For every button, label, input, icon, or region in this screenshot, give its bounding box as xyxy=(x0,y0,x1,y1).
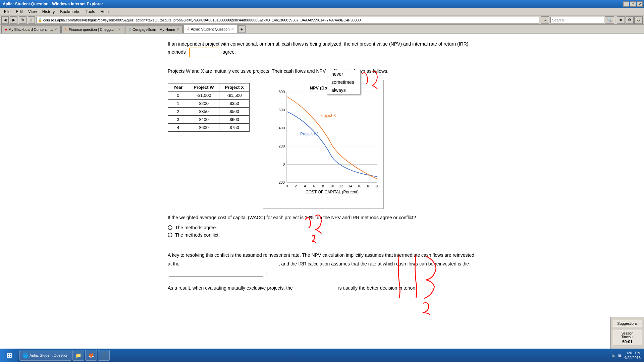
reinvestment-text-2: , and the IRR calculation assumes that t… xyxy=(279,261,469,266)
year-3: 3 xyxy=(168,116,188,124)
right-panel: Suggestions Session Timeout 59:01 xyxy=(610,317,644,349)
w-4: $600 xyxy=(188,124,219,132)
session-timeout-box: Session Timeout 59:01 xyxy=(613,330,642,346)
taskbar: ⊞ 🌐 Aplia: Student Question 📁 🦊 🎵 🔈 🖥 6:… xyxy=(0,349,644,362)
address-bar[interactable]: 🔒 courses.aplia.com/af/servlet/quiz?cb=s… xyxy=(36,17,539,23)
reinvestment-paragraph: A key to resolving this conflict is the … xyxy=(168,251,476,277)
table-row: 2 $350 $500 xyxy=(168,108,250,116)
result-paragraph: As a result, when evaluating mutually ex… xyxy=(168,284,476,292)
svg-text:4: 4 xyxy=(304,184,306,188)
menu-help[interactable]: Help xyxy=(98,9,111,15)
search-button[interactable]: 🔍 xyxy=(605,16,614,24)
cashflow-table: Year Project W Project X 0 -$1,000 -$1,5… xyxy=(168,83,250,132)
menu-tools[interactable]: Tools xyxy=(83,9,98,15)
taskbar-media[interactable]: 🎵 xyxy=(98,350,110,361)
start-button[interactable]: ⊞ xyxy=(0,349,18,362)
minimize-button[interactable]: _ xyxy=(623,1,629,7)
new-tab-button[interactable]: + xyxy=(238,25,246,33)
tab-cengage-close[interactable]: ✕ xyxy=(176,27,179,31)
taskbar-firefox[interactable]: 🦊 xyxy=(85,350,97,361)
home-button[interactable]: ⌂ xyxy=(28,16,35,24)
suggestions-button[interactable]: Suggestions xyxy=(613,320,642,327)
npv-chart-container: NPV (Dollars) 800 600 xyxy=(263,80,384,209)
taskbar-explorer[interactable]: 📁 xyxy=(72,350,84,361)
tab-blackboard-close[interactable]: ✕ xyxy=(54,27,57,31)
w-0: -$1,000 xyxy=(188,92,219,100)
svg-text:600: 600 xyxy=(278,108,284,112)
project-x-line xyxy=(287,97,377,179)
tab-aplia-close[interactable]: ✕ xyxy=(231,27,234,31)
search-input[interactable] xyxy=(550,17,604,23)
go-button[interactable]: → xyxy=(541,16,549,24)
title-bar: Aplia: Student Question - Windows Intern… xyxy=(0,0,644,8)
table-row: 4 $600 $750 xyxy=(168,124,250,132)
dropdown-trigger[interactable] xyxy=(189,48,219,57)
x-3: $600 xyxy=(219,116,249,124)
menu-file[interactable]: File xyxy=(1,9,13,15)
tab-chegg-close[interactable]: ✕ xyxy=(118,27,121,31)
favorites-button[interactable]: ★ xyxy=(617,16,625,24)
safety-button[interactable]: 🛡 xyxy=(634,16,643,24)
menu-bookmarks[interactable]: Bookmarks xyxy=(57,9,83,15)
tab-aplia[interactable]: A Aplia: Student Question ✕ xyxy=(183,25,237,33)
system-clock: 6:01 PM 4/22/2016 xyxy=(624,351,641,360)
firefox-icon: 🦊 xyxy=(88,353,94,358)
tab-bar: ■ My Blackboard Content –... ✕ C Finance… xyxy=(0,25,644,34)
radio-conflict[interactable]: The methods conflict. xyxy=(168,232,476,238)
wacc-question: If the weighted average cost of capital … xyxy=(168,214,476,221)
blank-2[interactable] xyxy=(169,268,263,277)
svg-text:16: 16 xyxy=(357,184,361,188)
tab-cengage[interactable]: C CengageBrain - My Home ✕ xyxy=(125,25,183,33)
dropdown-popup: never sometimes always xyxy=(327,70,361,95)
svg-text:12: 12 xyxy=(339,184,343,188)
main-content: If an independent project with conventio… xyxy=(158,34,486,349)
menu-bar: File Edit View History Bookmarks Tools H… xyxy=(0,8,644,15)
agree-text: agree. xyxy=(222,49,236,55)
refresh-button[interactable]: ↻ xyxy=(19,16,26,24)
col-year: Year xyxy=(168,83,188,92)
col-project-w: Project W xyxy=(188,83,219,92)
svg-text:18: 18 xyxy=(366,184,370,188)
radio-agree-label: The methods agree. xyxy=(175,225,217,230)
url-text: courses.aplia.com/af/servlet/quiz?cb=syi… xyxy=(43,18,361,22)
timeout-label: Timeout xyxy=(615,335,640,339)
maximize-button[interactable]: □ xyxy=(630,1,636,7)
blank-3[interactable] xyxy=(296,284,336,292)
cashflow-table-section: Year Project W Project X 0 -$1,000 -$1,5… xyxy=(168,80,250,135)
tab-chegg[interactable]: C Finance question | Chegg.c... ✕ xyxy=(61,25,124,33)
dropdown-option-sometimes[interactable]: sometimes xyxy=(327,78,360,86)
radio-agree[interactable]: The methods agree. xyxy=(168,225,476,230)
window-controls[interactable]: _ □ ✕ xyxy=(623,1,643,7)
table-row: 3 $400 $600 xyxy=(168,116,250,124)
taskbar-items: 🌐 Aplia: Student Question 📁 🦊 🎵 xyxy=(18,350,608,361)
system-tray: 🔈 🖥 xyxy=(611,353,622,358)
svg-text:-200: -200 xyxy=(277,180,285,184)
radio-conflict-circle[interactable] xyxy=(168,233,172,237)
blank-1[interactable] xyxy=(182,259,276,268)
back-button[interactable]: ◀ xyxy=(1,16,9,24)
x-4: $750 xyxy=(219,124,249,132)
svg-text:20: 20 xyxy=(375,184,379,188)
menu-edit[interactable]: Edit xyxy=(13,9,25,15)
close-button[interactable]: ✕ xyxy=(637,1,643,7)
dropdown-option-never[interactable]: never xyxy=(327,70,360,78)
radio-agree-circle[interactable] xyxy=(168,225,172,230)
svg-text:2: 2 xyxy=(295,184,297,188)
dropdown-option-always[interactable]: always xyxy=(327,86,360,94)
project-w-line xyxy=(287,112,377,177)
year-1: 1 xyxy=(168,100,188,108)
taskbar-ie[interactable]: 🌐 Aplia: Student Question xyxy=(19,350,71,361)
svg-text:0: 0 xyxy=(283,162,285,166)
result-text-1: As a result, when evaluating mutually ex… xyxy=(168,285,293,291)
svg-text:10: 10 xyxy=(330,184,334,188)
menu-history[interactable]: History xyxy=(40,9,57,15)
radio-conflict-label: The methods conflict. xyxy=(175,232,220,238)
svg-text:400: 400 xyxy=(278,126,284,130)
intro-paragraph: If an independent project with conventio… xyxy=(168,40,476,57)
menu-view[interactable]: View xyxy=(25,9,40,15)
tab-blackboard[interactable]: ■ My Blackboard Content –... ✕ xyxy=(1,25,61,33)
tools-button[interactable]: ⚙ xyxy=(626,16,634,24)
window-title: Aplia: Student Question - Windows Intern… xyxy=(1,2,622,6)
result-text-2: is usually the better decision criterion… xyxy=(338,285,417,291)
forward-button[interactable]: ▶ xyxy=(10,16,17,24)
